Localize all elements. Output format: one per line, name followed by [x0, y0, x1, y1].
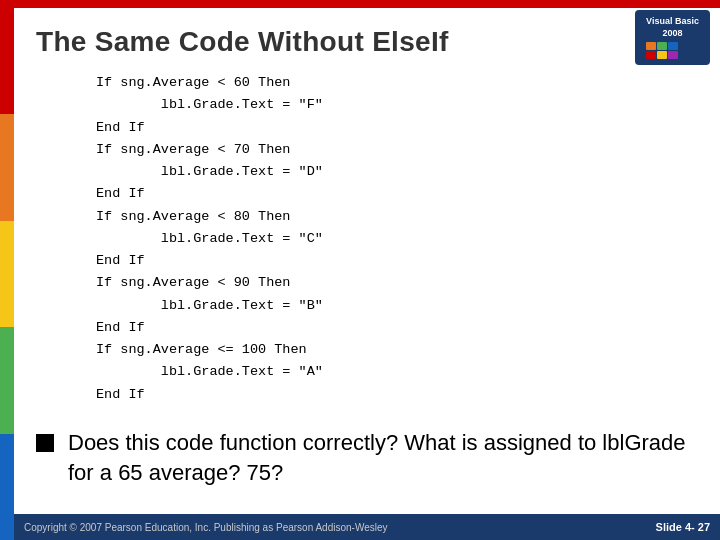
- strip-red: [0, 8, 14, 114]
- top-bar: [0, 0, 720, 8]
- code-block: If sng.Average < 60 Then lbl.Grade.Text …: [96, 72, 698, 406]
- strip-orange: [0, 114, 14, 220]
- strip-green: [0, 327, 14, 433]
- bullet-section: Does this code function correctly? What …: [36, 428, 698, 528]
- page-title: The Same Code Without ElseIf: [36, 26, 698, 58]
- strip-blue: [0, 434, 14, 540]
- bullet-text: Does this code function correctly? What …: [68, 428, 698, 487]
- strip-yellow: [0, 221, 14, 327]
- left-strip: [0, 8, 14, 540]
- slide-number: Slide 4- 27: [656, 521, 710, 533]
- copyright-text: Copyright © 2007 Pearson Education, Inc.…: [24, 522, 388, 533]
- bullet-square: [36, 434, 54, 452]
- bottom-bar: Copyright © 2007 Pearson Education, Inc.…: [14, 514, 720, 540]
- main-content: The Same Code Without ElseIf If sng.Aver…: [14, 8, 720, 540]
